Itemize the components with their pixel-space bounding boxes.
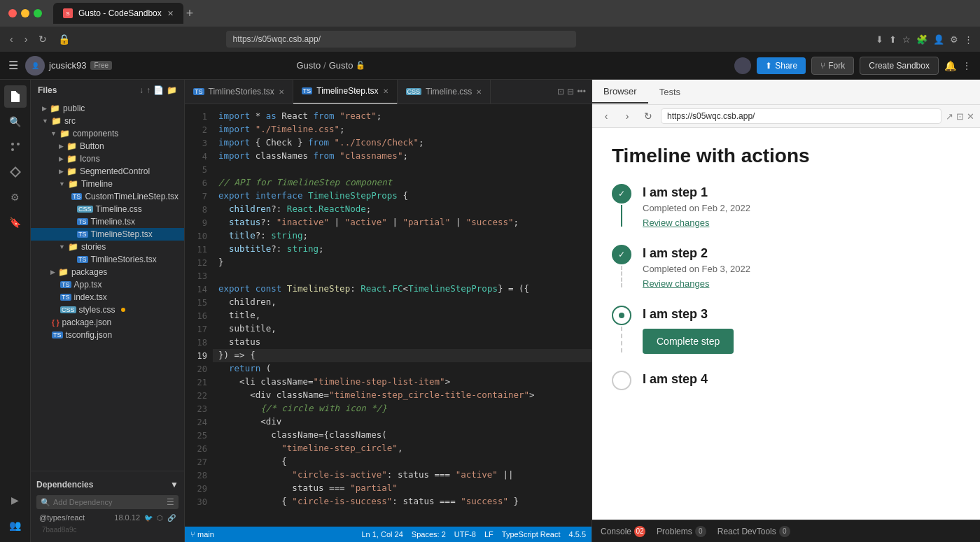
new-tab-button[interactable]: + (186, 6, 194, 21)
share-button[interactable]: ⬆ Share (757, 57, 806, 74)
back-button[interactable]: ‹ (7, 32, 16, 46)
complete-step-button[interactable]: Complete step (643, 329, 734, 354)
file-timeline-css[interactable]: CSS Timeline.css (31, 203, 184, 215)
spaces-info[interactable]: Spaces: 2 (412, 530, 446, 539)
review-changes-link-1[interactable]: Review changes (643, 217, 709, 228)
create-sandbox-button[interactable]: Create Sandbox (860, 57, 939, 75)
problems-item[interactable]: Problems 0 (657, 526, 706, 537)
file-custom-timeline-step[interactable]: TS CustomTimeLineStep.tsx (31, 190, 184, 203)
source-control-icon[interactable] (4, 136, 27, 158)
more-icon[interactable]: ⋮ (964, 34, 973, 45)
folder-stories[interactable]: ▼ 📁 stories (31, 241, 184, 253)
project-public-icon: 🔓 (356, 61, 365, 70)
people-icon[interactable]: 👥 (4, 514, 27, 536)
browser-open-external-icon[interactable]: ↗ (946, 111, 953, 122)
download-icon[interactable]: ⬇ (876, 34, 883, 45)
version-info[interactable]: 4.5.5 (569, 530, 586, 539)
settings-icon[interactable]: ⚙ (950, 34, 958, 45)
search-dep-icon: 🔍 (41, 498, 50, 507)
bookmark-sidebar-icon[interactable]: 🔖 (4, 211, 27, 234)
dep-menu-icon[interactable]: ☰ (167, 497, 174, 507)
sort-desc-icon[interactable]: ↓ (139, 85, 144, 95)
tab-close-icon[interactable]: ✕ (383, 87, 388, 95)
bookmark-icon[interactable]: ☆ (902, 34, 911, 45)
share-nav-icon[interactable]: ⬆ (889, 34, 897, 45)
add-dependency-input[interactable] (53, 498, 164, 506)
line-numbers: 1234567891011121314151617181920212223242… (185, 104, 213, 527)
tab-timeline-css[interactable]: CSS Timeline.css ✕ (398, 80, 491, 104)
browser-close-panel-icon[interactable]: ✕ (967, 111, 974, 122)
tab-timline-stories[interactable]: TS TimlineStories.tsx ✕ (185, 80, 293, 104)
browser-split-view-icon[interactable]: ⊡ (956, 111, 964, 122)
extension-icon[interactable]: 🧩 (916, 34, 927, 45)
browser-back-button[interactable]: ‹ (598, 108, 615, 124)
file-name: TimlineStories.tsx (91, 255, 157, 264)
encoding-info[interactable]: UTF-8 (454, 530, 476, 539)
file-index-tsx[interactable]: TS index.tsx (31, 291, 184, 304)
profile-icon[interactable]: 👤 (933, 34, 944, 45)
tab-close-icon[interactable]: ✕ (476, 88, 482, 96)
tab-timeline-step[interactable]: TS TimelineStep.tsx ✕ (293, 80, 398, 104)
traffic-light-red[interactable] (8, 9, 17, 17)
code-line: export const TimelineStep: React.FC<Time… (213, 283, 592, 296)
folder-icon: 📁 (66, 141, 77, 151)
search-icon[interactable]: 🔍 (4, 110, 27, 133)
more-tabs-icon[interactable]: ••• (577, 87, 586, 97)
split-editor-icon[interactable]: ⊡ (557, 87, 564, 97)
url-bar[interactable]: https://s05wqc.csb.app/ (226, 31, 576, 48)
extensions-icon[interactable] (4, 161, 27, 183)
file-styles-css[interactable]: CSS styles.css (31, 304, 184, 316)
dep-version: 18.0.12 (114, 513, 140, 522)
devtools-item[interactable]: React DevTools 0 (718, 526, 790, 537)
line-ending-info[interactable]: LF (484, 530, 493, 539)
code-editor[interactable]: 1234567891011121314151617181920212223242… (185, 104, 592, 527)
browser-refresh-button[interactable]: ↻ (640, 108, 657, 124)
bell-icon[interactable]: 🔔 (944, 60, 956, 71)
review-changes-link-2[interactable]: Review changes (643, 278, 709, 289)
file-package-json[interactable]: { } package.json (31, 316, 184, 329)
fork-button[interactable]: ⑂ Fork (811, 57, 854, 75)
active-browser-tab[interactable]: S Gusto - CodeSandbox ✕ (53, 3, 183, 24)
folder-timeline[interactable]: ▼ 📁 Timeline (31, 178, 184, 190)
run-icon[interactable]: ▶ (4, 489, 27, 511)
browser-tab-browser[interactable]: Browser (592, 80, 648, 104)
new-file-icon[interactable]: 📄 (153, 85, 164, 95)
traffic-light-green[interactable] (34, 9, 42, 17)
folder-components[interactable]: ▼ 📁 components (31, 127, 184, 140)
browser-url-input[interactable] (661, 108, 941, 124)
new-folder-icon[interactable]: 📁 (167, 85, 177, 95)
file-timline-stories[interactable]: TS TimlineStories.tsx (31, 253, 184, 266)
traffic-light-yellow[interactable] (21, 9, 29, 17)
files-icon[interactable] (4, 85, 27, 108)
line-number: 21 (185, 376, 213, 389)
tab-close-icon[interactable]: ✕ (279, 88, 284, 96)
folder-packages[interactable]: ▶ 📁 packages (31, 266, 184, 278)
file-name: App.tsx (74, 280, 102, 290)
folder-public[interactable]: ▶ 📁 public (31, 102, 184, 115)
file-timeline-tsx[interactable]: TS Timeline.tsx (31, 215, 184, 228)
browser-forward-button[interactable]: › (619, 108, 636, 124)
more-options-icon[interactable]: ⋮ (962, 60, 972, 71)
file-timeline-step-tsx[interactable]: TS TimelineStep.tsx (31, 228, 184, 241)
tab-close-button[interactable]: ✕ (167, 9, 174, 18)
refresh-button[interactable]: ↻ (36, 32, 50, 46)
sort-asc-icon[interactable]: ↑ (146, 85, 150, 95)
toggle-icon[interactable]: ⊟ (567, 87, 574, 97)
file-tsconfig-json[interactable]: TS tsconfig.json (31, 329, 184, 341)
dependencies-header[interactable]: Dependencies ▼ (36, 477, 178, 492)
folder-segmented-control[interactable]: ▶ 📁 SegmentedControl (31, 165, 184, 178)
language-info[interactable]: TypeScript React (502, 530, 561, 539)
folder-button[interactable]: ▶ 📁 Button (31, 140, 184, 152)
console-item[interactable]: Console 02 (601, 526, 645, 537)
home-button[interactable]: 🔒 (55, 32, 73, 46)
tab-favicon: S (63, 8, 73, 18)
settings-sidebar-icon[interactable]: ⚙ (4, 186, 27, 208)
browser-tab-tests[interactable]: Tests (648, 81, 692, 103)
folder-icons[interactable]: ▶ 📁 Icons (31, 152, 184, 165)
hamburger-menu[interactable]: ☰ (8, 59, 18, 72)
cursor-position[interactable]: Ln 1, Col 24 (362, 530, 403, 539)
file-app-tsx[interactable]: TS App.tsx (31, 278, 184, 291)
code-content[interactable]: import * as React from "react";import ".… (213, 104, 592, 527)
forward-button[interactable]: › (22, 32, 31, 46)
folder-src[interactable]: ▼ 📁 src (31, 115, 184, 127)
